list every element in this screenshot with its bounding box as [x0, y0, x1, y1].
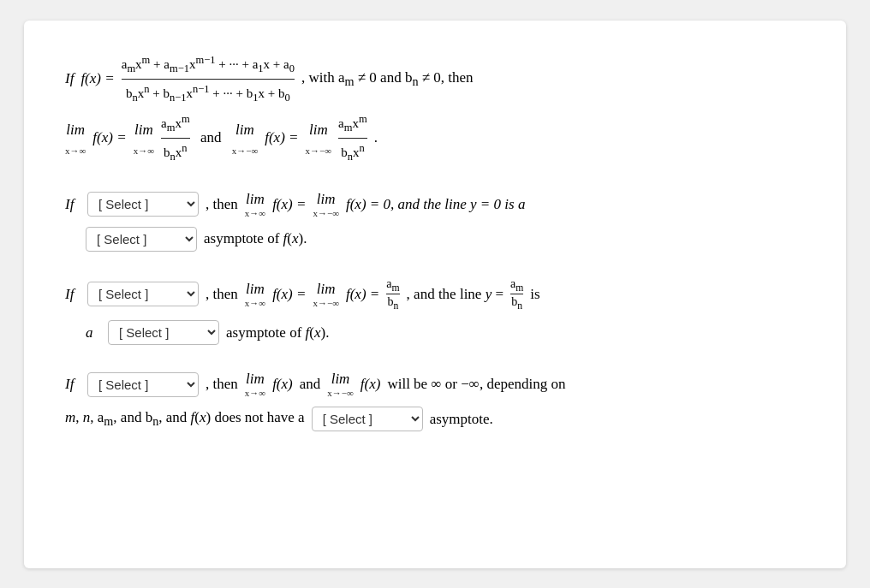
s2-is: is — [530, 286, 539, 303]
intro-denominator: bnxn + bn−1xn−1 + ··· + b1x + b0 — [126, 80, 290, 107]
s1-fx2: f(x) = 0, and the line y = 0 is a — [346, 196, 525, 213]
s2-frac2: am bn — [510, 277, 523, 312]
s3-if-label: If — [65, 376, 80, 393]
section-3-row2: m, n, am, and bn, and f(x) does not have… — [65, 407, 805, 431]
s2-if-label: If — [65, 286, 80, 303]
s3-then: , then — [206, 376, 238, 393]
section-1-row2: [ Select ] horizontal vertical oblique a… — [86, 227, 805, 252]
s3-fx2: f(x) — [361, 376, 381, 393]
s3-select1[interactable]: [ Select ] m < n m = n m > n — [87, 372, 199, 397]
s3-fx1: f(x) — [272, 376, 293, 393]
s2-line-text: , and the line y = — [407, 286, 504, 303]
intro-line1: If f(x) = amxm + am−1xm−1 + ··· + a1x + … — [65, 51, 805, 108]
s3-lim2: lim x→−∞ — [327, 371, 354, 398]
intro-fraction: amxm + am−1xm−1 + ··· + a1x + a0 bnxn + … — [122, 51, 295, 108]
and-label: and — [197, 126, 225, 151]
intro-line2: lim x→∞ f(x) = lim x→∞ amxm bnxn and lim… — [65, 110, 805, 167]
s1-select1-wrap: [ Select ] m < n m = n m > n — [87, 192, 199, 217]
s2-select2-wrap: [ Select ] horizontal vertical oblique — [108, 320, 219, 345]
section-2-row1: If [ Select ] m < n m = n m > n , then l… — [65, 277, 805, 312]
intro-numerator: amxm + am−1xm−1 + ··· + a1x + a0 — [122, 51, 295, 80]
s3-bottom-text: m, n, am, and bn, and f(x) does not have… — [65, 409, 305, 429]
lim-x-neginf-2: lim x→−∞ — [306, 118, 332, 159]
section-1-row1: If [ Select ] m < n m = n m > n , then l… — [65, 191, 805, 218]
s1-lim2: lim x→−∞ — [313, 191, 339, 218]
main-card: If f(x) = amxm + am−1xm−1 + ··· + a1x + … — [24, 21, 846, 568]
s2-select1-wrap: [ Select ] m < n m = n m > n — [87, 282, 199, 306]
section-2: If [ Select ] m < n m = n m > n , then l… — [65, 277, 805, 346]
period-1: . — [374, 126, 378, 151]
frac-am-bn-2: amxm bnxn — [338, 110, 367, 167]
s2-a-label: a — [86, 324, 101, 342]
s2-fx2: f(x) = — [346, 286, 379, 303]
s1-asymptote: asymptote of f(x). — [204, 230, 307, 247]
s2-lim1: lim x→∞ — [245, 281, 265, 308]
s3-result: will be ∞ or −∞, depending on — [387, 376, 565, 393]
s1-select2[interactable]: [ Select ] horizontal vertical oblique — [86, 227, 197, 252]
section-3: If [ Select ] m < n m = n m > n , then l… — [65, 371, 805, 431]
lim-x-neginf-1: lim x→−∞ — [232, 118, 259, 159]
intro-fx: f(x) = — [80, 67, 114, 92]
s3-select2-wrap: [ Select ] horizontal vertical oblique — [312, 407, 423, 431]
s3-and: and — [300, 376, 321, 393]
intro-with-text: , with am ≠ 0 and bn ≠ 0, then — [301, 66, 474, 92]
s2-frac1: am bn — [386, 277, 399, 312]
s1-fx1: f(x) = — [272, 196, 306, 213]
s2-fx1: f(x) = — [272, 286, 306, 303]
s1-lim1: lim x→∞ — [245, 191, 265, 218]
s1-select2-wrap: [ Select ] horizontal vertical oblique — [86, 227, 197, 252]
section-1: If [ Select ] m < n m = n m > n , then l… — [65, 191, 805, 252]
s3-lim1: lim x→∞ — [245, 371, 265, 398]
s2-select2[interactable]: [ Select ] horizontal vertical oblique — [108, 320, 219, 345]
s1-if-label: If — [65, 196, 80, 213]
s2-asymptote: asymptote of f(x). — [226, 324, 329, 342]
s3-select2[interactable]: [ Select ] horizontal vertical oblique — [312, 407, 423, 431]
s1-then: , then — [206, 196, 238, 213]
lim-x-inf-2: lim x→∞ — [134, 118, 154, 159]
s2-then: , then — [206, 286, 238, 303]
s2-select1[interactable]: [ Select ] m < n m = n m > n — [87, 282, 199, 306]
section-2-row2: a [ Select ] horizontal vertical oblique… — [86, 320, 805, 345]
intro-block: If f(x) = amxm + am−1xm−1 + ··· + a1x + … — [65, 51, 805, 167]
lim-x-inf-1: lim x→∞ — [65, 118, 86, 159]
section-3-row1: If [ Select ] m < n m = n m > n , then l… — [65, 371, 805, 398]
s2-lim2: lim x→−∞ — [313, 281, 339, 308]
frac-am-bn-1: amxm bnxn — [161, 110, 190, 167]
intro-if-label: If — [65, 67, 74, 92]
fx-label-1: f(x) = — [92, 126, 126, 151]
s1-select1[interactable]: [ Select ] m < n m = n m > n — [87, 192, 199, 217]
fx-label-2: f(x) = — [265, 126, 298, 151]
s3-select1-wrap: [ Select ] m < n m = n m > n — [87, 372, 199, 397]
s3-asymptote: asymptote. — [430, 411, 493, 428]
